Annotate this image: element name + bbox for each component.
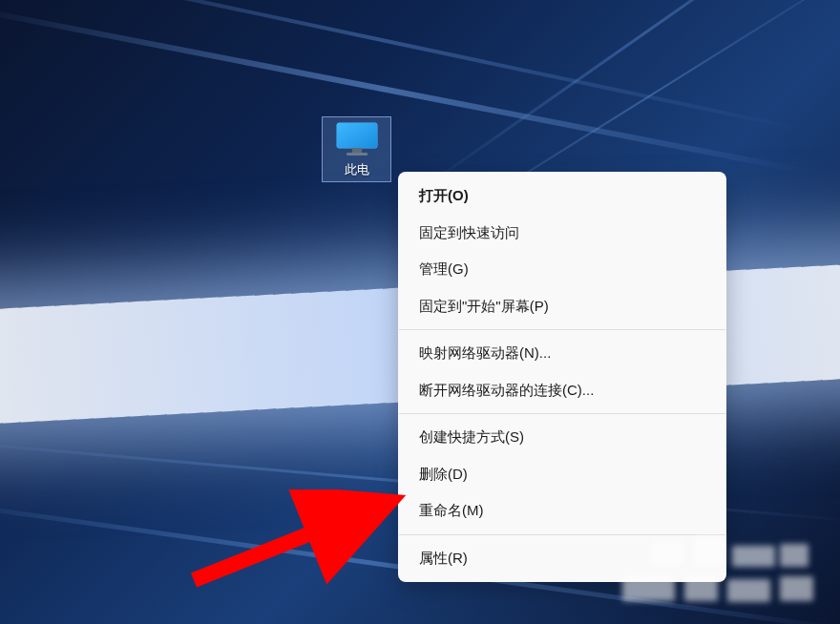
context-menu-item[interactable]: 属性(R) bbox=[398, 540, 726, 577]
context-menu-item[interactable]: 管理(G) bbox=[398, 251, 726, 288]
context-menu-item[interactable]: 打开(O) bbox=[398, 177, 726, 215]
context-menu-item[interactable]: 固定到"开始"屏幕(P) bbox=[398, 288, 726, 325]
svg-rect-3 bbox=[346, 153, 368, 156]
context-menu-item[interactable]: 删除(D) bbox=[398, 456, 726, 493]
context-menu-item[interactable]: 创建快捷方式(S) bbox=[398, 419, 726, 456]
context-menu-item[interactable]: 重命名(M) bbox=[398, 492, 726, 530]
this-pc-desktop-icon[interactable]: 此电 bbox=[322, 116, 391, 182]
desktop-icon-label: 此电 bbox=[326, 161, 388, 178]
context-menu-item[interactable]: 断开网络驱动器的连接(C)... bbox=[398, 372, 726, 409]
monitor-icon bbox=[333, 120, 381, 158]
menu-separator bbox=[399, 413, 725, 414]
menu-separator bbox=[399, 329, 725, 330]
context-menu-item[interactable]: 固定到快速访问 bbox=[398, 215, 726, 252]
context-menu: 打开(O)固定到快速访问管理(G)固定到"开始"屏幕(P)映射网络驱动器(N).… bbox=[398, 172, 726, 582]
svg-rect-2 bbox=[352, 148, 362, 153]
context-menu-item[interactable]: 映射网络驱动器(N)... bbox=[398, 335, 726, 372]
svg-rect-1 bbox=[337, 123, 377, 148]
menu-separator bbox=[399, 534, 725, 535]
